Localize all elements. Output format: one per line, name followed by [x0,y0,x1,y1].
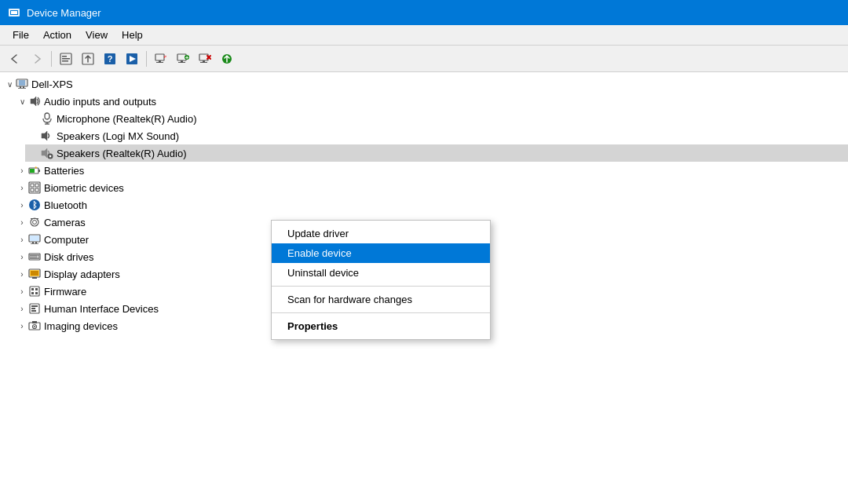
svg-point-65 [37,256,39,258]
cameras-icon [28,216,41,228]
display-adapters-label: Display adapters [44,268,120,280]
audio-group-icon [28,95,41,108]
device-manager-icon-btn[interactable]: ✕ [151,49,171,69]
tree-microphone[interactable]: › Microphone (Realtek(R) Audio) [25,110,848,127]
expand-icon-root: ∨ [3,78,16,90]
svg-rect-36 [45,113,49,119]
ctx-enable-device[interactable]: Enable device [272,243,490,263]
batteries-icon [28,164,41,177]
expand-icon-biometric: › [16,181,28,194]
ctx-update-driver[interactable]: Update driver [272,224,490,243]
ctx-scan-hardware[interactable]: Scan for hardware changes [272,290,490,309]
hid-label: Human Interface Devices [44,303,159,315]
add-device-button[interactable]: + [173,49,193,69]
speakers-realtek-label: Speakers (Realtek(R) Audio) [57,148,186,159]
uninstall-button[interactable] [195,49,215,69]
svg-rect-62 [31,243,38,244]
toolbar-sep-2 [146,51,147,67]
tree-biometric[interactable]: › Biometric devices [13,179,848,196]
expand-icon-cameras: › [16,216,28,228]
svg-rect-77 [31,305,38,307]
properties-button[interactable] [56,49,76,69]
menu-view[interactable]: View [79,27,114,42]
ctx-update-driver-label: Update driver [287,228,349,239]
svg-point-55 [31,218,38,226]
bluetooth-icon: ᛒ [28,199,41,211]
ctx-scan-hardware-label: Scan for hardware changes [287,294,412,305]
svg-text:+: + [185,53,189,60]
speakers-logi-label: Speakers (Logi MX Sound) [57,130,179,142]
computer-icon [16,78,28,90]
svg-rect-52 [35,188,38,192]
imaging-icon [28,320,41,332]
svg-rect-5 [62,56,67,57]
expand-icon-display: › [16,268,28,280]
svg-rect-2 [11,11,17,14]
expand-icon-hid: › [16,302,28,315]
forward-button[interactable] [27,49,47,69]
expand-icon-computer: › [16,233,28,246]
ctx-properties[interactable]: Properties [272,316,490,336]
svg-rect-69 [31,271,38,276]
menu-action[interactable]: Action [37,27,78,42]
svg-rect-19 [181,60,183,62]
imaging-label: Imaging devices [44,320,118,332]
speakers-realtek-icon [41,147,53,159]
svg-rect-57 [31,218,38,219]
svg-rect-50 [35,184,38,187]
scan-button[interactable] [122,49,142,69]
tree-bluetooth[interactable]: › ᛒ Bluetooth [13,196,848,214]
svg-rect-14 [159,60,161,62]
svg-rect-81 [32,321,37,323]
svg-rect-13 [155,54,164,60]
menu-file[interactable]: File [6,27,35,42]
speakers-logi-icon [41,130,53,142]
update-driver-button[interactable] [78,49,98,69]
svg-rect-31 [19,80,25,86]
back-button[interactable] [5,49,25,69]
microphone-label: Microphone (Realtek(R) Audio) [57,113,196,125]
display-adapters-icon [28,268,41,280]
expand-icon-batteries: › [16,164,28,177]
svg-marker-40 [42,148,47,158]
update-button[interactable] [217,49,237,69]
svg-text:✕: ✕ [164,54,167,59]
window-title: Device Manager [27,7,101,19]
svg-rect-25 [200,62,207,63]
tree-root[interactable]: ∨ Dell-XPS [0,75,848,93]
hid-icon [28,302,41,315]
svg-rect-20 [178,62,185,63]
svg-text:ᛒ: ᛒ [32,200,38,210]
toolbar-sep-1 [51,51,52,67]
svg-rect-49 [31,184,34,187]
computer-tree-icon [28,233,41,246]
tree-speakers-realtek[interactable]: › Speakers (Realtek(R) Audio) [25,144,848,162]
root-label: Dell-XPS [31,79,73,90]
svg-rect-32 [20,86,21,88]
disk-drives-icon [28,250,41,263]
cameras-label: Cameras [44,217,86,228]
title-bar-icon [8,6,20,19]
tree-batteries[interactable]: › Batteries [13,162,848,179]
biometric-icon [28,181,41,194]
help-button[interactable]: ? [100,49,120,69]
main-content: ∨ Dell-XPS ∨ Audio inputs and outputs [0,72,848,504]
svg-rect-15 [156,62,163,63]
svg-rect-3 [12,16,16,16]
microphone-icon [41,112,53,125]
title-bar: Device Manager [0,0,848,25]
svg-marker-39 [42,131,47,141]
tree-audio-group[interactable]: ∨ Audio inputs and outputs [13,93,848,110]
svg-rect-75 [35,292,38,294]
expand-icon-bluetooth: › [16,199,28,211]
biometric-label: Biometric devices [44,182,124,194]
audio-group-label: Audio inputs and outputs [44,96,156,108]
ctx-uninstall-device[interactable]: Uninstall device [272,263,490,283]
svg-point-56 [33,221,37,225]
tree-speakers-logi[interactable]: › Speakers (Logi MX Sound) [25,127,848,144]
svg-rect-23 [199,54,208,60]
svg-point-83 [34,326,35,327]
svg-rect-6 [62,58,70,60]
expand-icon-audio: ∨ [16,95,28,108]
menu-help[interactable]: Help [115,27,149,42]
